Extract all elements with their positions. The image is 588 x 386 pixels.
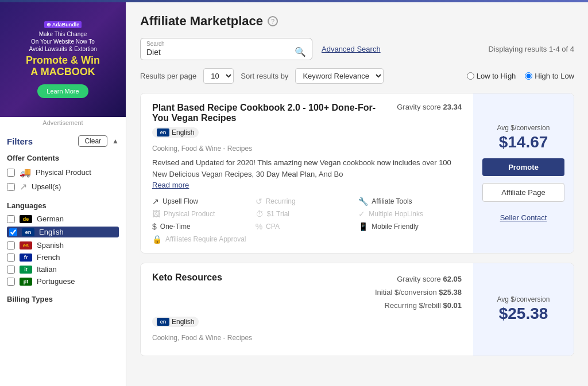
- card-2-main: Keto Resources Gravity score 62.05 Initi…: [141, 263, 473, 356]
- sort-label: Sort results by: [241, 72, 288, 80]
- feature-affiliates-approval: 🔒 Affiliates Require Approval: [152, 235, 462, 244]
- spanish-label: Spanish: [37, 241, 64, 249]
- card-2-avg-label: Avg $/conversion: [497, 295, 550, 303]
- ad-learn-more-button[interactable]: Learn More: [37, 84, 88, 98]
- filter-upsell: ↗ Upsell(s): [7, 181, 119, 192]
- filter-spanish: es Spanish: [7, 241, 119, 249]
- portuguese-label: Portuguese: [37, 277, 75, 286]
- languages-section: Languages de German en English es Spanis…: [7, 201, 119, 286]
- feature-cpa: % CPA: [256, 222, 359, 231]
- offer-contents-section: Offer Contents 🚚 Physical Product ↗ Upse…: [7, 154, 119, 192]
- collapse-icon[interactable]: ▲: [112, 137, 119, 145]
- display-count: Displaying results 1-4 of 4: [488, 45, 574, 53]
- card-1-avg-price: $14.67: [497, 133, 550, 151]
- card-2-title: Keto Resources: [152, 272, 222, 282]
- physical-product-feature-label: Physical Product: [164, 210, 215, 218]
- results-per-page-select[interactable]: 10 25 50: [203, 68, 234, 84]
- promote-button-1[interactable]: Promote: [482, 158, 564, 176]
- feature-one-time: $ One-Time: [152, 222, 256, 231]
- card-1-read-more[interactable]: Read more: [152, 181, 189, 189]
- upsell-icon: ↗: [20, 181, 27, 192]
- approval-label: Affiliates Require Approval: [165, 235, 246, 243]
- results-per-page-label: Results per page: [140, 72, 196, 80]
- upsell-flow-label: Upsell Flow: [163, 197, 198, 205]
- card-1-description: Revised and Updated for 2020! This amazi…: [152, 157, 462, 191]
- recurring-icon: ↺: [256, 197, 262, 206]
- card-1-header: Plant Based Recipe Cookbook 2.0 - 100+ D…: [152, 103, 462, 123]
- main-content: Affiliate Marketplace ? Search 🔍 Advance…: [126, 2, 588, 386]
- card-2-avg-price: $25.38: [497, 305, 550, 323]
- card-2-lang-badge: en: [157, 318, 169, 326]
- search-icon: 🔍: [295, 46, 306, 57]
- card-2-header: Keto Resources Gravity score 62.05 Initi…: [152, 272, 462, 313]
- search-input[interactable]: [146, 48, 295, 57]
- affiliate-page-button-1[interactable]: Affiliate Page: [482, 183, 564, 202]
- trial-label: $1 Trial: [267, 210, 289, 218]
- card-1-title: Plant Based Recipe Cookbook 2.0 - 100+ D…: [152, 103, 376, 123]
- card-1-lang-tag: en English: [152, 127, 199, 138]
- card-1-lang-label: English: [172, 128, 194, 137]
- affiliate-tools-icon: 🔧: [358, 197, 368, 206]
- spanish-checkbox[interactable]: [7, 241, 15, 249]
- truck-icon: 🚚: [20, 167, 31, 178]
- advanced-search-link[interactable]: Advanced Search: [322, 45, 381, 53]
- one-time-icon: $: [152, 222, 157, 231]
- card-2-lang-tag: en English: [152, 317, 199, 327]
- ad-promo: Promote & Win A MACBOOK: [26, 55, 100, 78]
- filters-header: Filters Clear ▲: [7, 135, 119, 147]
- feature-affiliate-tools: 🔧 Affiliate Tools: [358, 197, 462, 206]
- approval-icon: 🔒: [152, 235, 162, 244]
- physical-product-checkbox[interactable]: [7, 169, 15, 177]
- card-2-lang-label: English: [172, 318, 194, 326]
- one-time-label: One-Time: [160, 223, 191, 231]
- ad-banner: ⊕ AdaBundle Make This Change On Your Web…: [0, 2, 126, 117]
- italian-label: Italian: [37, 265, 57, 274]
- recurring-value: $0.01: [443, 301, 462, 310]
- affiliate-tools-label: Affiliate Tools: [372, 197, 412, 205]
- help-icon[interactable]: ?: [268, 16, 278, 26]
- gravity-label-2: Gravity score: [397, 275, 441, 283]
- clear-filters-button[interactable]: Clear: [78, 135, 107, 147]
- upsell-label: Upsell(s): [32, 182, 61, 191]
- english-checkbox[interactable]: [9, 228, 17, 236]
- german-label: German: [37, 215, 64, 223]
- de-badge: de: [20, 215, 32, 223]
- hoplinks-label: Multiple HopLinks: [369, 210, 423, 218]
- card-1-category: Cooking, Food & Wine - Recipes: [152, 145, 462, 153]
- physical-product-icon: 🖼: [152, 209, 160, 219]
- card-2-side: Avg $/conversion $25.38: [473, 263, 574, 356]
- french-label: French: [37, 253, 60, 262]
- card-1-lang-badge: en: [157, 128, 169, 137]
- physical-product-label: Physical Product: [36, 168, 91, 177]
- card-1-main: Plant Based Recipe Cookbook 2.0 - 100+ D…: [141, 93, 473, 253]
- sort-select[interactable]: Keyword Relevance Gravity Avg $/conversi…: [295, 68, 384, 84]
- it-badge: it: [20, 266, 32, 274]
- cpa-icon: %: [256, 222, 262, 231]
- sort-high-to-low[interactable]: High to Low: [525, 72, 574, 80]
- trial-icon: ⏱: [256, 209, 264, 219]
- sort-low-to-high[interactable]: Low to High: [467, 72, 516, 80]
- es-badge: es: [20, 241, 32, 249]
- english-label: English: [39, 228, 64, 236]
- filter-english: en English: [7, 227, 119, 237]
- german-checkbox[interactable]: [7, 215, 15, 223]
- portuguese-checkbox[interactable]: [7, 278, 15, 286]
- seller-contact-link-1[interactable]: Seller Contact: [500, 213, 547, 222]
- product-card-1: Plant Based Recipe Cookbook 2.0 - 100+ D…: [140, 93, 574, 254]
- filter-italian: it Italian: [7, 265, 119, 274]
- cpa-label: CPA: [266, 223, 280, 231]
- sort-direction: Low to High High to Low: [467, 72, 574, 80]
- upsell-checkbox[interactable]: [7, 183, 15, 191]
- gravity-value-1: 23.34: [443, 103, 462, 111]
- gravity-label-1: Gravity score: [397, 103, 441, 111]
- fr-badge: fr: [20, 254, 32, 262]
- initial-label: Initial $/conversion: [375, 288, 437, 297]
- ad-brand-badge: ⊕ AdaBundle: [44, 21, 82, 28]
- pt-badge: pt: [20, 278, 32, 286]
- en-badge: en: [22, 228, 34, 236]
- ad-line2: On Your Website Now To: [31, 38, 95, 45]
- italian-checkbox[interactable]: [7, 266, 15, 274]
- billing-section: Billing Types: [7, 295, 119, 303]
- product-card-2: Keto Resources Gravity score 62.05 Initi…: [140, 263, 574, 356]
- french-checkbox[interactable]: [7, 254, 15, 262]
